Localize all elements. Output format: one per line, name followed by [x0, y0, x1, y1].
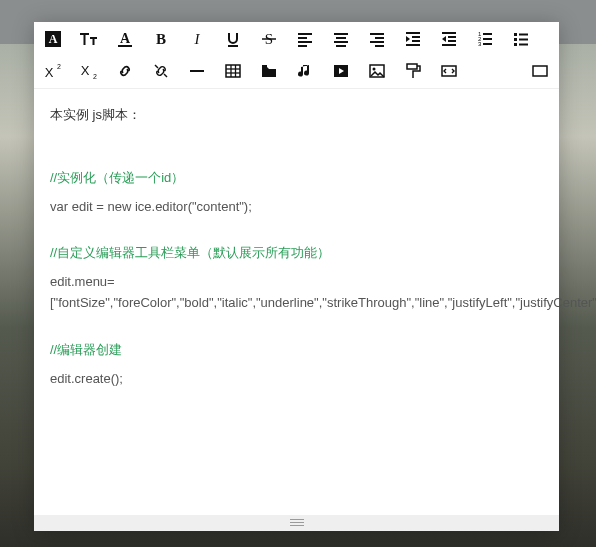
- link-icon[interactable]: [114, 60, 136, 82]
- unlink-icon[interactable]: [150, 60, 172, 82]
- svg-text:A: A: [49, 32, 58, 46]
- svg-text:B: B: [156, 31, 166, 47]
- svg-rect-57: [407, 64, 417, 69]
- table-icon[interactable]: [222, 60, 244, 82]
- svg-rect-35: [514, 33, 517, 36]
- svg-line-45: [155, 65, 158, 68]
- blank-gap: [50, 322, 543, 340]
- code-line: edit.menu=["fontSize","foreColor","bold"…: [50, 272, 543, 314]
- subscript-icon[interactable]: X2: [78, 60, 100, 82]
- editor-content[interactable]: 本实例 js脚本： //实例化（传递一个id） var edit = new i…: [34, 89, 559, 515]
- video-icon[interactable]: [330, 60, 352, 82]
- svg-rect-53: [262, 65, 267, 68]
- italic-icon[interactable]: I: [186, 28, 208, 50]
- toolbar-row-1: A A B I S 123: [42, 28, 551, 50]
- forecolor-icon[interactable]: A: [114, 28, 136, 50]
- svg-rect-48: [226, 65, 240, 77]
- bold-icon[interactable]: B: [150, 28, 172, 50]
- editor-footer: [34, 515, 559, 531]
- files-icon[interactable]: [258, 60, 280, 82]
- ordered-list-icon[interactable]: 123: [474, 28, 496, 50]
- strikethrough-icon[interactable]: S: [258, 28, 280, 50]
- blank-gap: [50, 225, 543, 243]
- page-background: A A B I S 123 X2 X2: [0, 0, 596, 547]
- music-icon[interactable]: [294, 60, 316, 82]
- svg-text:I: I: [194, 31, 201, 47]
- svg-text:2: 2: [57, 63, 61, 70]
- comment-line: //自定义编辑器工具栏菜单（默认展示所有功能）: [50, 243, 543, 264]
- blank-gap: [50, 134, 543, 168]
- code-line: var edit = new ice.editor("content");: [50, 197, 543, 218]
- outdent-icon[interactable]: [438, 28, 460, 50]
- underline-icon[interactable]: [222, 28, 244, 50]
- fullscreen-icon[interactable]: [529, 60, 551, 82]
- svg-text:A: A: [120, 31, 131, 46]
- unordered-list-icon[interactable]: [510, 28, 532, 50]
- svg-text:3: 3: [478, 41, 482, 47]
- svg-text:2: 2: [93, 73, 97, 80]
- editor-toolbar: A A B I S 123 X2 X2: [34, 22, 559, 89]
- intro-text: 本实例 js脚本：: [50, 105, 543, 126]
- image-icon[interactable]: [366, 60, 388, 82]
- code-line: edit.create();: [50, 369, 543, 390]
- editor-container: A A B I S 123 X2 X2: [34, 22, 559, 531]
- svg-rect-59: [533, 66, 547, 76]
- paint-format-icon[interactable]: [402, 60, 424, 82]
- svg-rect-36: [514, 38, 517, 41]
- hr-icon[interactable]: [186, 60, 208, 82]
- backcolor-icon[interactable]: A: [42, 28, 64, 50]
- comment-line: //编辑器创建: [50, 340, 543, 361]
- svg-line-46: [164, 74, 167, 77]
- justify-left-icon[interactable]: [294, 28, 316, 50]
- svg-point-56: [373, 68, 376, 71]
- justify-right-icon[interactable]: [366, 28, 388, 50]
- svg-rect-37: [514, 43, 517, 46]
- svg-rect-3: [118, 45, 132, 47]
- svg-text:X: X: [45, 65, 54, 80]
- comment-line: //实例化（传递一个id）: [50, 168, 543, 189]
- toolbar-row-2: X2 X2: [42, 60, 551, 82]
- resize-handle-icon[interactable]: [290, 519, 304, 527]
- superscript-icon[interactable]: X2: [42, 60, 64, 82]
- fontsize-icon[interactable]: [78, 28, 100, 50]
- svg-text:X: X: [81, 63, 90, 78]
- justify-center-icon[interactable]: [330, 28, 352, 50]
- indent-icon[interactable]: [402, 28, 424, 50]
- code-icon[interactable]: [438, 60, 460, 82]
